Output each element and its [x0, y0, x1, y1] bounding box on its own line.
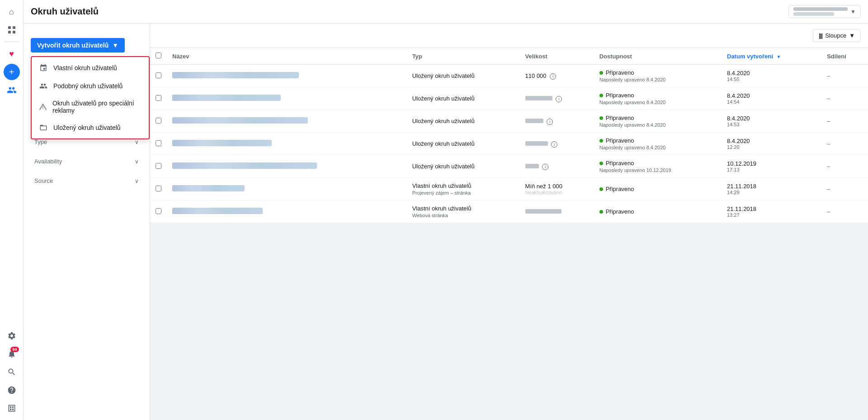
account-selector-caret: ▼ [850, 9, 856, 15]
left-navigation: ⌂ ♥ + 94 [0, 0, 24, 420]
nav-settings-icon[interactable] [4, 328, 20, 344]
create-button-caret: ▼ [112, 42, 118, 49]
row-checkbox[interactable] [156, 118, 161, 124]
row-checkbox[interactable] [156, 186, 161, 191]
filter-availability-chevron: ∨ [135, 158, 139, 165]
nav-table-icon[interactable] [4, 400, 20, 416]
dropdown-item-ulozeny[interactable]: Uložený okruh uživatelů [32, 119, 149, 137]
th-sharing: Sdílení [821, 48, 868, 65]
audience-name-link[interactable] [172, 95, 281, 101]
size-note: Neaktualizováno [525, 190, 589, 195]
row-checkbox[interactable] [156, 72, 161, 78]
nav-help-icon[interactable] [4, 382, 20, 398]
svg-rect-3 [13, 31, 15, 33]
status-sub: Naposledy upraveno 8.4.2020 [599, 100, 716, 105]
status-cell: Připraveno Naposledy upraveno 8.4.2020 [599, 92, 716, 105]
status-sub: Naposledy upraveno 8.4.2020 [599, 77, 716, 82]
type-label: Vlastní okruh uživatelů [412, 182, 514, 189]
th-created[interactable]: Datum vytvoření ▼ [722, 48, 821, 65]
size-info-icon[interactable]: i [551, 141, 557, 148]
audiences-table: Název Typ Velikost Dostupnost Datum vytv… [150, 48, 868, 223]
table-row: Vlastní okruh uživatelů Projevený zájem … [150, 178, 868, 200]
account-selector[interactable]: ▼ [788, 5, 861, 18]
size-info-icon[interactable]: i [556, 96, 562, 102]
status-text: Připraveno [606, 186, 634, 192]
size-info-icon[interactable]: i [547, 119, 553, 125]
dropdown-podobny-label: Podobný okruh uživatelů [53, 82, 123, 90]
status-cell: Připraveno [599, 208, 716, 215]
account-line-2 [793, 12, 834, 16]
date-time: 17:13 [727, 167, 816, 172]
dropdown-vlastni-label: Vlastní okruh uživatelů [53, 64, 117, 72]
filter-availability[interactable]: Availability ∨ [27, 152, 146, 171]
bell-badge: 94 [10, 347, 19, 352]
nav-users-icon[interactable] [4, 82, 20, 98]
dropdown-item-vlastni[interactable]: Vlastní okruh uživatelů [32, 59, 149, 77]
table-row: Uložený okruh uživatelů i Připraveno [150, 155, 868, 178]
row-checkbox[interactable] [156, 208, 161, 214]
size-value: Míň než 1 000 [525, 183, 589, 190]
row-checkbox[interactable] [156, 140, 161, 146]
audience-name-link[interactable] [172, 72, 299, 78]
table-row: Uložený okruh uživatelů 110 000 i Připra… [150, 65, 868, 87]
filter-type-label: Type [34, 138, 47, 145]
size-blurred [525, 209, 561, 214]
sharing-value: – [827, 208, 830, 215]
row-checkbox[interactable] [156, 95, 161, 101]
filter-source[interactable]: Source ∨ [27, 171, 146, 191]
dropdown-item-podobny[interactable]: Podobný okruh uživatelů [32, 77, 149, 95]
type-label: Uložený okruh uživatelů [412, 72, 475, 79]
audience-name-link[interactable] [172, 162, 317, 169]
sharing-value: – [827, 72, 830, 79]
audience-name-link[interactable] [172, 208, 263, 214]
audience-name-link[interactable] [172, 185, 245, 191]
date-value: 8.4.2020 [727, 92, 816, 99]
podobny-icon [39, 81, 48, 91]
status-dot [599, 162, 603, 165]
ulozeny-icon [39, 123, 48, 132]
size-info-icon[interactable]: i [550, 73, 556, 80]
table-toolbar: ||| Sloupce ▼ [150, 24, 868, 48]
audience-name-link[interactable] [172, 117, 308, 124]
type-sub: Projevený zájem – stránka [412, 190, 514, 196]
sharing-value: – [827, 186, 830, 192]
date-value: 8.4.2020 [727, 115, 816, 122]
create-button-label: Vytvořit okruh uživatelů [37, 42, 108, 49]
nav-bell-icon[interactable]: 94 [4, 346, 20, 362]
status-text: Připraveno [606, 160, 634, 167]
dropdown-specialni-label: Okruh uživatelů pro speciální reklamy [52, 100, 142, 114]
status-cell: Připraveno Naposledy upraveno 8.4.2020 [599, 69, 716, 82]
page-title: Okruh uživatelů [31, 6, 99, 17]
create-audience-button[interactable]: Vytvořit okruh uživatelů ▼ [31, 38, 125, 52]
nav-grid-icon[interactable] [4, 22, 20, 38]
select-all-checkbox[interactable] [156, 52, 161, 58]
th-checkbox [150, 48, 167, 65]
status-dot [599, 139, 603, 143]
th-created-label: Datum vytvoření [727, 53, 773, 60]
create-dropdown-menu: Vlastní okruh uživatelů Podobný okruh už… [31, 56, 150, 139]
sharing-value: – [827, 95, 830, 102]
row-checkbox[interactable] [156, 163, 161, 169]
status-dot [599, 210, 603, 214]
nav-plus-icon[interactable]: + [4, 64, 20, 80]
nav-search-icon[interactable] [4, 364, 20, 380]
th-availability: Dostupnost [594, 48, 722, 65]
vlastni-icon [39, 63, 48, 72]
type-label: Vlastní okruh uživatelů [412, 205, 514, 212]
size-blurred [525, 141, 548, 146]
audience-name-link[interactable] [172, 140, 272, 146]
status-sub: Naposledy upraveno 8.4.2020 [599, 122, 716, 128]
size-info-icon[interactable]: i [542, 164, 548, 170]
date-value: 21.11.2018 [727, 183, 816, 190]
nav-home-icon[interactable]: ⌂ [4, 4, 20, 20]
dropdown-item-specialni[interactable]: Okruh uživatelů pro speciální reklamy [32, 95, 149, 119]
account-line-1 [793, 7, 848, 11]
status-text: Připraveno [606, 92, 634, 99]
columns-caret: ▼ [849, 32, 855, 39]
nav-heart-icon[interactable]: ♥ [4, 46, 20, 62]
status-dot [599, 94, 603, 97]
columns-button[interactable]: ||| Sloupce ▼ [813, 29, 861, 42]
date-value: 21.11.2018 [727, 205, 816, 212]
date-value: 8.4.2020 [727, 70, 816, 76]
status-sub: Naposledy upraveno 8.4.2020 [599, 145, 716, 150]
